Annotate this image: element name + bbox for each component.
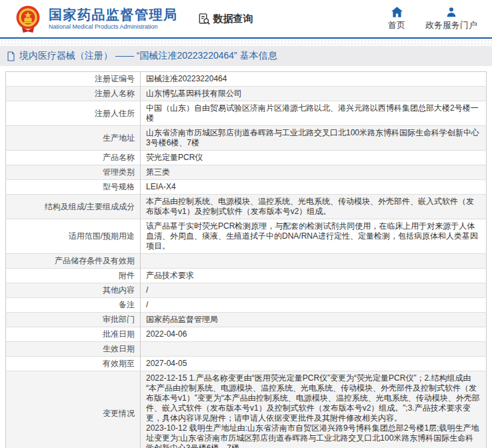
row-label: 生产地址 (6, 126, 141, 151)
table-row-model-spec: 型号规格 LEIA-X4 (6, 180, 487, 195)
row-value: 2027-04-05 (141, 357, 487, 371)
table-row-expiry-date: 有效期至 2027-04-05 (6, 357, 487, 371)
row-value: 2022-12-15 1.产品名称变更由“医用荧光定量PCR仪”变更为“荧光定量… (141, 371, 487, 448)
nav-home[interactable]: 首页 (388, 7, 405, 31)
row-value: 第三类 (141, 165, 487, 180)
row-value: 产品技术要求 (141, 269, 487, 283)
row-label: 产品储存条件及有效期 (6, 254, 141, 269)
change-history-paragraph: 2023-10-12 载明生产地址由:山东省济南市自贸区港兴路9号博科集团总部2… (146, 423, 481, 448)
table-row-attachment: 附件 产品技术要求 (6, 269, 487, 283)
registration-info-table: 注册证编号 国械注准20223220464 注册人名称 山东博弘基因科技有限公司… (5, 71, 487, 448)
table-row-structure-composition: 结构及组成/主要组成成分 本产品由控制系统、电源模块、温控系统、光电系统、传动模… (6, 195, 487, 219)
row-label: 有效期至 (6, 357, 141, 371)
org-name-cn: 国家药品监督管理局 (49, 7, 178, 22)
table-row-product-name: 产品名称 荧光定量PCR仪 (6, 151, 487, 165)
row-label: 产品名称 (6, 151, 141, 165)
nav-home-label: 首页 (388, 19, 405, 31)
top-nav: 首页 政务服务门户 (388, 7, 477, 31)
row-value (141, 254, 487, 269)
document-icon (7, 51, 15, 61)
row-label: 其他内容 (6, 283, 141, 298)
row-label: 生效日期 (6, 342, 141, 357)
table-row-remarks: 备注 / (6, 298, 487, 313)
data-query-menu[interactable]: 数据查询 (198, 13, 253, 25)
texture-strip (0, 39, 492, 46)
table-row-effective-date: 生效日期 (6, 342, 487, 357)
row-label: 结构及组成/主要组成成分 (6, 195, 141, 219)
table-row-cert-number: 注册证编号 国械注准20223220464 (6, 72, 487, 87)
row-value: 国械注准20223220464 (141, 72, 487, 87)
row-value: 2022-04-06 (141, 327, 487, 342)
home-icon (391, 7, 403, 17)
row-label: 注册人住所 (6, 101, 141, 126)
row-label: 管理类别 (6, 165, 141, 180)
row-value (141, 342, 487, 357)
row-label: 注册证编号 (6, 72, 141, 87)
table-row-other-content: 其他内容 / (6, 283, 487, 298)
row-label: 附件 (6, 269, 141, 283)
page: 国家药品监督管理局 National Medical Products Admi… (0, 0, 492, 448)
nav-gov-service-portal[interactable]: 政务服务门户 (425, 7, 477, 31)
site-header: 国家药品监督管理局 National Medical Products Admi… (0, 0, 492, 37)
row-value: / (141, 283, 487, 298)
data-query-label: 数据查询 (213, 13, 253, 25)
row-label: 批准日期 (6, 327, 141, 342)
row-value: 本产品由控制系统、电源模块、温控系统、光电系统、传动模块、外壳部件、嵌入式软件（… (141, 195, 487, 219)
table-row-storage-conditions: 产品储存条件及有效期 (6, 254, 487, 269)
row-label: 变更情况 (6, 371, 141, 448)
main-content: 注册证编号 国械注准20223220464 注册人名称 山东博弘基因科技有限公司… (0, 66, 492, 448)
table-row-registrant-name: 注册人名称 山东博弘基因科技有限公司 (6, 87, 487, 101)
row-value: 国家药品监督管理局 (141, 313, 487, 327)
brand-logo[interactable]: 国家药品监督管理局 National Medical Products Admi… (13, 3, 178, 34)
table-row-registrant-address: 注册人住所 中国（山东）自由贸易试验区济南片区港源七路以北、港兴元路以西博科集团… (6, 101, 487, 126)
org-name-en: National Medical Products Administration (49, 23, 178, 30)
row-value: LEIA-X4 (141, 180, 487, 195)
data-query-icon (198, 13, 211, 25)
nav-portal-label: 政务服务门户 (425, 19, 477, 31)
table-row-management-category: 管理类别 第三类 (6, 165, 487, 180)
row-label: 注册人名称 (6, 87, 141, 101)
row-label: 适用范围/预期用途 (6, 219, 141, 254)
row-value: 荧光定量PCR仪 (141, 151, 487, 165)
change-history-paragraph: 2022-12-15 1.产品名称变更由“医用荧光定量PCR仪”变更为“荧光定量… (146, 373, 481, 423)
row-value: / (141, 298, 487, 313)
brand-text: 国家药品监督管理局 National Medical Products Admi… (49, 7, 178, 30)
national-emblem-icon (13, 3, 43, 34)
table-row-change-history: 变更情况 2022-12-15 1.产品名称变更由“医用荧光定量PCR仪”变更为… (6, 371, 487, 448)
row-value: 该产品基于实时荧光PCR检测原理，与配套的检测试剂共同使用，在临床上用于对来源于… (141, 219, 487, 254)
table-row-production-address: 生产地址 山东省济南市历城区郭店街道春晖路与工业北路交叉口北100米路东博科国际… (6, 126, 487, 151)
page-title-bar: 境内医疗器械（注册） —— “国械注准20223220464” 基本信息 (0, 46, 492, 66)
page-title: 境内医疗器械（注册） —— “国械注准20223220464” 基本信息 (19, 50, 277, 62)
table-row-intended-use: 适用范围/预期用途 该产品基于实时荧光PCR检测原理，与配套的检测试剂共同使用，… (6, 219, 487, 254)
user-icon (446, 7, 457, 17)
row-value: 山东省济南市历城区郭店街道春晖路与工业北路交叉口北100米路东博科国际生命科学创… (141, 126, 487, 151)
row-label: 审批部门 (6, 313, 141, 327)
row-value: 中国（山东）自由贸易试验区济南片区港源七路以北、港兴元路以西博科集团总部大楼2号… (141, 101, 487, 126)
table-row-approval-department: 审批部门 国家药品监督管理局 (6, 313, 487, 327)
row-label: 型号规格 (6, 180, 141, 195)
row-value: 山东博弘基因科技有限公司 (141, 87, 487, 101)
table-row-approval-date: 批准日期 2022-04-06 (6, 327, 487, 342)
row-label: 备注 (6, 298, 141, 313)
